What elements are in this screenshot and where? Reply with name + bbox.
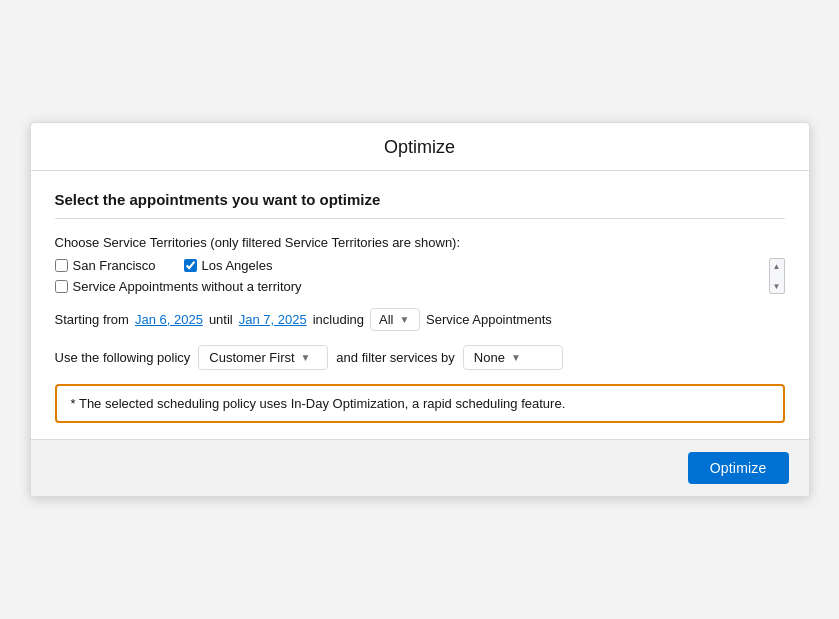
checkbox-sf-label: San Francisco (73, 258, 156, 273)
scrollbar-up-arrow[interactable]: ▲ (770, 259, 784, 273)
and-filter-label: and filter services by (336, 350, 455, 365)
checkbox-row-1: San Francisco Los Angeles (55, 258, 765, 273)
use-policy-label: Use the following policy (55, 350, 191, 365)
checkbox-sf-input[interactable] (55, 259, 68, 272)
checkbox-no-territory[interactable]: Service Appointments without a territory (55, 279, 302, 294)
modal-wrapper: Optimize Select the appointments you wan… (0, 0, 839, 619)
section-title: Select the appointments you want to opti… (55, 191, 785, 219)
policy-dropdown-value: Customer First (209, 350, 294, 365)
filter-dropdown-chevron: ▼ (511, 352, 521, 363)
checkbox-no-territory-label: Service Appointments without a territory (73, 279, 302, 294)
date-end-link[interactable]: Jan 7, 2025 (239, 312, 307, 327)
including-dropdown-value: All (379, 312, 393, 327)
checkbox-la-label: Los Angeles (202, 258, 273, 273)
service-territories-label: Choose Service Territories (only filtere… (55, 235, 785, 250)
starting-from-label: Starting from (55, 312, 129, 327)
optimize-button[interactable]: Optimize (688, 452, 789, 484)
checkbox-no-territory-input[interactable] (55, 280, 68, 293)
modal-body: Select the appointments you want to opti… (31, 171, 809, 439)
including-dropdown[interactable]: All ▼ (370, 308, 420, 331)
checkbox-la-input[interactable] (184, 259, 197, 272)
filter-dropdown-value: None (474, 350, 505, 365)
until-label: until (209, 312, 233, 327)
checkbox-los-angeles[interactable]: Los Angeles (184, 258, 273, 273)
modal-header: Optimize (31, 123, 809, 171)
checkbox-san-francisco[interactable]: San Francisco (55, 258, 156, 273)
date-start-link[interactable]: Jan 6, 2025 (135, 312, 203, 327)
including-dropdown-chevron: ▼ (399, 314, 409, 325)
checkbox-row-2: Service Appointments without a territory (55, 279, 765, 294)
filter-dropdown[interactable]: None ▼ (463, 345, 563, 370)
modal-footer: Optimize (31, 439, 809, 496)
info-box: * The selected scheduling policy uses In… (55, 384, 785, 423)
modal-title: Optimize (51, 137, 789, 158)
scrollbar: ▲ ▼ (769, 258, 785, 294)
service-appointments-label: Service Appointments (426, 312, 552, 327)
checkboxes-area: San Francisco Los Angeles Service Appoin… (55, 258, 785, 294)
modal-container: Optimize Select the appointments you wan… (30, 122, 810, 497)
including-label: including (313, 312, 364, 327)
policy-row: Use the following policy Customer First … (55, 345, 785, 370)
scrollbar-down-arrow[interactable]: ▼ (770, 279, 784, 293)
date-row: Starting from Jan 6, 2025 until Jan 7, 2… (55, 308, 785, 331)
info-box-text: * The selected scheduling policy uses In… (71, 396, 566, 411)
policy-dropdown-chevron: ▼ (301, 352, 311, 363)
policy-dropdown[interactable]: Customer First ▼ (198, 345, 328, 370)
